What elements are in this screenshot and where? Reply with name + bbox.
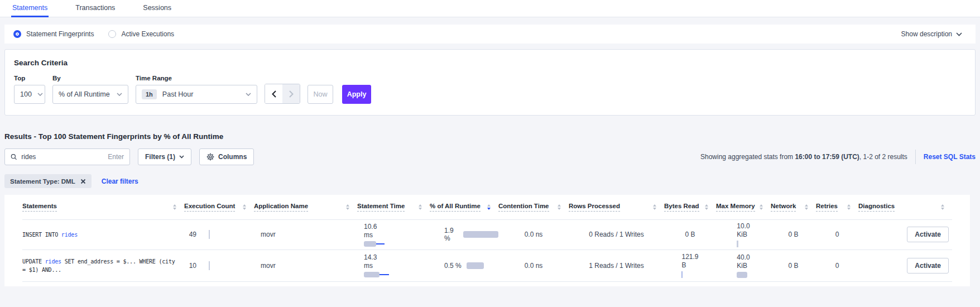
apply-button-label: Apply [347, 90, 367, 98]
tab-statements[interactable]: Statements [11, 0, 49, 17]
filters-button-label: Filters (1) [145, 153, 175, 161]
search-enter-hint: Enter [108, 153, 124, 161]
stats-time-range: 16:00 to 17:59 (UTC) [795, 153, 859, 161]
sort-icon[interactable] [705, 204, 708, 210]
col-header-runtime-pct[interactable]: % of All Runtime [430, 195, 498, 219]
retries-cell: 0 [816, 250, 858, 281]
clear-filters-link[interactable]: Clear filters [102, 178, 138, 185]
reset-sql-stats-link[interactable]: Reset SQL Stats [924, 153, 976, 161]
tab-sessions[interactable]: Sessions [142, 0, 172, 17]
col-header-statement-time[interactable]: Statement Time [357, 195, 430, 219]
statement-time-cell: 14.3 ms [357, 250, 430, 281]
filter-chip-label: Statement Type: DML [10, 178, 75, 185]
statement-link[interactable]: rides [45, 258, 61, 265]
rows-processed-cell: 0 Reads / 1 Writes [569, 219, 664, 250]
divider [915, 150, 916, 164]
sort-icon[interactable] [760, 204, 763, 210]
diagnostics-cell: Activate [858, 250, 952, 281]
runtime-pct-cell: 0.5 % [430, 250, 498, 281]
results-toolbar: Enter Filters (1) Columns Showing aggreg… [4, 148, 976, 165]
previous-time-button[interactable] [265, 84, 282, 103]
time-range-label: Time Range [136, 75, 257, 81]
sort-icon[interactable] [243, 204, 246, 210]
table-header-row: Statements Execution Count Application N… [22, 195, 952, 219]
col-header-max-memory[interactable]: Max Memory [716, 195, 771, 219]
col-header-retries[interactable]: Retries [816, 195, 858, 219]
chevron-right-icon [289, 90, 294, 98]
by-label: By [52, 75, 128, 81]
rows-processed-cell: 1 Reads / 1 Writes [569, 250, 664, 281]
search-criteria-title: Search Criteria [14, 59, 966, 67]
chevron-down-icon [246, 93, 251, 96]
activate-diagnostics-button[interactable]: Activate [907, 258, 949, 274]
sort-icon[interactable] [558, 204, 561, 210]
activate-diagnostics-button[interactable]: Activate [907, 227, 949, 242]
sort-icon[interactable] [653, 204, 656, 210]
col-header-rows-processed[interactable]: Rows Processed [569, 195, 664, 219]
show-description-label: Show description [901, 30, 952, 38]
sort-desc-icon[interactable] [487, 204, 491, 210]
search-criteria-card: Search Criteria Top 100 By % of All Runt… [4, 49, 976, 116]
filters-button[interactable]: Filters (1) [138, 148, 191, 165]
statement-cell[interactable]: UPDATE rides SET end_address = $... WHER… [22, 250, 184, 281]
sort-icon[interactable] [847, 204, 851, 210]
col-header-application-name[interactable]: Application Name [254, 195, 357, 219]
now-button-label: Now [313, 90, 327, 98]
sort-icon[interactable] [419, 204, 422, 210]
statement-time-cell: 10.6 ms [357, 219, 430, 250]
statement-cell[interactable]: INSERT INTO rides [22, 219, 184, 250]
statement-link[interactable]: rides [61, 232, 78, 238]
time-range-group: Time Range 1h Past Hour [136, 75, 257, 104]
stats-suffix: , 1-2 of 2 results [859, 153, 907, 161]
network-cell: 0 B [771, 219, 816, 250]
statement-time-bar [364, 241, 385, 247]
statements-table: Statements Execution Count Application N… [22, 195, 952, 282]
apply-button[interactable]: Apply [342, 85, 371, 104]
search-icon [11, 153, 17, 161]
stats-prefix: Showing aggregated stats from [700, 153, 795, 161]
columns-button[interactable]: Columns [199, 148, 254, 165]
sort-icon[interactable] [346, 204, 349, 210]
view-toggle-row: Statement Fingerprints Active Executions… [4, 25, 976, 44]
execution-count-bar [209, 261, 210, 270]
statement-search-box[interactable]: Enter [4, 148, 130, 165]
col-header-contention-time[interactable]: Contention Time [498, 195, 569, 219]
top-select[interactable]: 100 [14, 85, 45, 104]
statement-type-filter-chip[interactable]: Statement Type: DML [4, 174, 92, 188]
radio-statement-fingerprints[interactable]: Statement Fingerprints [13, 30, 94, 38]
runtime-pct-bar [463, 231, 498, 238]
top-group: Top 100 [14, 75, 45, 104]
show-description-toggle[interactable]: Show description [901, 30, 962, 38]
sort-icon[interactable] [805, 204, 808, 210]
tab-transactions[interactable]: Transactions [74, 0, 116, 17]
table-row: UPDATE rides SET end_address = $... WHER… [22, 250, 952, 281]
now-button[interactable]: Now [308, 85, 333, 104]
max-memory-cell: 10.0 KiB [716, 219, 771, 250]
radio-active-executions[interactable]: Active Executions [108, 30, 174, 38]
bytes-read-cell: 0 B [664, 219, 716, 250]
col-header-execution-count[interactable]: Execution Count [184, 195, 254, 219]
bytes-read-cell: 121.9 B [664, 250, 716, 281]
execution-count-cell: 10 [184, 250, 254, 281]
sql-activity-tabbar: Statements Transactions Sessions [0, 0, 980, 17]
search-input[interactable] [21, 153, 108, 161]
table-row: INSERT INTO rides 49 movr 10.6 ms [22, 219, 952, 250]
close-icon[interactable] [80, 179, 86, 184]
time-range-select[interactable]: 1h Past Hour [136, 85, 257, 104]
contention-time-cell: 0.0 ns [498, 219, 569, 250]
chevron-down-icon [179, 155, 184, 159]
next-time-button[interactable] [282, 84, 300, 103]
columns-button-label: Columns [218, 153, 247, 161]
radio-unselected-icon [108, 30, 116, 38]
time-shortcut-badge: 1h [142, 89, 157, 99]
by-select[interactable]: % of All Runtime [52, 85, 128, 104]
application-name-cell: movr [254, 219, 357, 250]
col-header-network[interactable]: Network [771, 195, 816, 219]
radio-statement-fingerprints-label: Statement Fingerprints [26, 30, 94, 38]
sort-icon[interactable] [941, 204, 944, 210]
col-header-diagnostics[interactable]: Diagnostics [858, 195, 952, 219]
col-header-statements[interactable]: Statements [22, 195, 184, 219]
by-select-value: % of All Runtime [59, 90, 110, 98]
sort-icon[interactable] [173, 204, 176, 210]
col-header-bytes-read[interactable]: Bytes Read [664, 195, 716, 219]
